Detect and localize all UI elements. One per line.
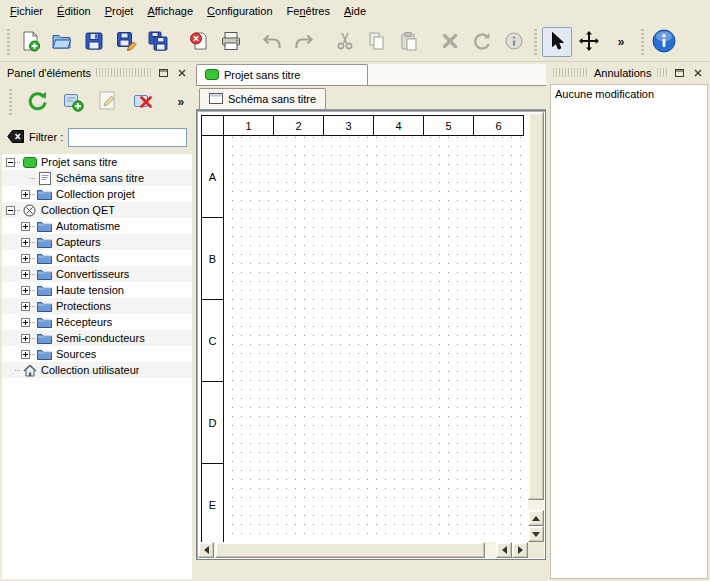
toolbar-grip[interactable] — [7, 29, 10, 55]
tree-expander[interactable] — [21, 238, 30, 247]
tree-item[interactable]: Collection QET — [2, 202, 192, 218]
tree-line — [30, 178, 35, 179]
elements-panel-close-button[interactable] — [174, 66, 189, 80]
tree-expander[interactable] — [21, 334, 30, 343]
tree-expander[interactable] — [21, 270, 30, 279]
new-document-button[interactable] — [15, 27, 45, 57]
new-element-button[interactable] — [59, 87, 86, 117]
tree-item[interactable]: Automatisme — [2, 218, 192, 234]
close-icon — [694, 65, 702, 80]
tree-item[interactable]: Semi-conducteurs — [2, 330, 192, 346]
tree-item-label: Automatisme — [56, 220, 120, 232]
tree-item[interactable]: Schéma sans titre — [2, 170, 192, 186]
schema-tab[interactable]: Schéma sans titre — [199, 88, 326, 109]
edit-element-button[interactable] — [94, 87, 121, 117]
tree-item[interactable]: Sources — [2, 346, 192, 362]
diagram-column-header: 4 — [374, 116, 424, 136]
about-qet-button[interactable] — [649, 27, 679, 57]
vertical-scrollbar[interactable] — [528, 112, 544, 542]
tree-item[interactable]: Protections — [2, 298, 192, 314]
tree-item[interactable]: Convertisseurs — [2, 266, 192, 282]
hscroll-left-end-button[interactable] — [198, 542, 214, 558]
toolbar-grip[interactable] — [641, 29, 644, 55]
copy-button[interactable] — [362, 27, 392, 57]
tree-expander[interactable] — [21, 254, 30, 263]
menu-item[interactable]: Configuration — [200, 1, 279, 21]
tree-expander[interactable] — [21, 222, 30, 231]
menu-item[interactable]: Aide — [337, 1, 373, 21]
delete-button[interactable] — [435, 27, 465, 57]
undo-button[interactable] — [257, 27, 287, 57]
tree-item[interactable]: Collection projet — [2, 186, 192, 202]
diagram-row-header: B — [202, 218, 224, 300]
tree-expander[interactable] — [21, 190, 30, 199]
elements-panel-float-button[interactable] — [156, 66, 171, 80]
tree-item-label: Sources — [56, 348, 96, 360]
toolbar-grip[interactable] — [9, 89, 12, 115]
home-icon — [21, 364, 38, 377]
folder-icon — [36, 300, 53, 313]
select-tool-button[interactable] — [542, 27, 572, 57]
undo-panel-float-button[interactable] — [672, 66, 687, 80]
print-button[interactable] — [216, 27, 246, 57]
scroll-up-button[interactable] — [528, 510, 544, 526]
menu-item[interactable]: Fichier — [3, 1, 50, 21]
save-all-button[interactable] — [143, 27, 173, 57]
tree-expander[interactable] — [6, 206, 15, 215]
tree-expander[interactable] — [21, 302, 30, 311]
horizontal-scrollbar[interactable] — [198, 542, 528, 558]
undo-empty-message: Aucune modification — [555, 88, 703, 100]
menu-item[interactable]: Projet — [98, 1, 141, 21]
main-toolbar: » — [0, 22, 710, 62]
diagram-canvas[interactable]: 123456ABCDE — [198, 112, 528, 542]
menu-item[interactable]: Fenêtres — [280, 1, 337, 21]
tree-item[interactable]: Collection utilisateur — [2, 362, 192, 378]
tree-item[interactable]: Récepteurs — [2, 314, 192, 330]
close-file-button[interactable] — [184, 27, 214, 57]
hscroll-right-button[interactable] — [512, 542, 528, 558]
tree-item[interactable]: Projet sans titre — [2, 154, 192, 170]
project-tab[interactable]: Projet sans titre — [196, 64, 368, 85]
delete-element-button[interactable] — [129, 87, 156, 117]
tree-expander[interactable] — [21, 318, 30, 327]
toolbar-overflow-button[interactable]: » — [606, 27, 636, 57]
tree-item[interactable]: Capteurs — [2, 234, 192, 250]
undo-panel-close-button[interactable] — [690, 66, 705, 80]
tree-expander[interactable] — [21, 350, 30, 359]
clear-filter-icon[interactable] — [7, 130, 24, 145]
tree-expander[interactable] — [6, 158, 15, 167]
vscroll-thumb[interactable] — [528, 112, 544, 500]
move-tool-button[interactable] — [574, 27, 604, 57]
panel-overflow-button[interactable]: » — [173, 87, 189, 117]
application-window: FichierÉditionProjetAffichageConfigurati… — [0, 0, 710, 581]
filter-input[interactable] — [68, 128, 187, 147]
folder-icon — [36, 348, 53, 361]
rotate-button[interactable] — [467, 27, 497, 57]
scroll-down-button[interactable] — [528, 526, 544, 542]
elements-tree[interactable]: Projet sans titreSchéma sans titreCollec… — [2, 154, 192, 579]
elements-panel-header[interactable]: Panel d'éléments — [2, 64, 192, 81]
tree-item-label: Capteurs — [56, 236, 101, 248]
redo-button[interactable] — [289, 27, 319, 57]
toolbar-grip[interactable] — [534, 29, 537, 55]
open-button[interactable] — [47, 27, 77, 57]
reload-collections-button[interactable] — [24, 87, 51, 117]
save-button[interactable] — [79, 27, 109, 57]
cut-button[interactable] — [330, 27, 360, 57]
diagram-row-header: E — [202, 464, 224, 546]
save-as-button[interactable] — [111, 27, 141, 57]
menu-item[interactable]: Affichage — [140, 1, 200, 21]
paste-button[interactable] — [394, 27, 424, 57]
diagram-corner — [202, 116, 224, 136]
undo-history-list[interactable]: Aucune modification — [550, 84, 708, 579]
diagram-info-button[interactable] — [499, 27, 529, 57]
tree-expander[interactable] — [21, 286, 30, 295]
hscroll-thumb[interactable] — [215, 542, 485, 558]
tree-item[interactable]: Contacts — [2, 250, 192, 266]
hscroll-left-button[interactable] — [496, 542, 512, 558]
tree-item[interactable]: Haute tension — [2, 282, 192, 298]
chevron-right-icon: » — [614, 35, 629, 49]
tree-line — [6, 366, 15, 375]
undo-panel-header[interactable]: Annulations — [550, 64, 708, 81]
menu-item[interactable]: Édition — [50, 1, 98, 21]
